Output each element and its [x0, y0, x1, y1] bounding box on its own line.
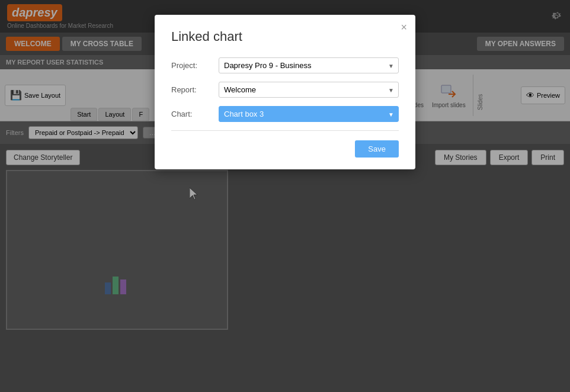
dialog-overlay: Linked chart × Project: Dapresy Pro 9 - …: [0, 0, 570, 392]
chart-row: Chart: Chart box 1 Chart box 2 Chart box…: [171, 106, 399, 122]
report-select[interactable]: Welcome: [219, 82, 399, 98]
report-label: Report:: [171, 85, 219, 94]
chart-label: Chart:: [171, 110, 219, 118]
project-row: Project: Dapresy Pro 9 - Business ▼: [171, 57, 399, 73]
report-row: Report: Welcome ▼: [171, 82, 399, 98]
dialog-close-button[interactable]: ×: [401, 22, 407, 33]
linked-chart-dialog: Linked chart × Project: Dapresy Pro 9 - …: [155, 15, 415, 169]
dialog-title: Linked chart: [171, 29, 399, 44]
project-select[interactable]: Dapresy Pro 9 - Business: [219, 57, 399, 73]
save-button[interactable]: Save: [355, 140, 399, 158]
dialog-divider: [171, 130, 399, 131]
project-label: Project:: [171, 61, 219, 70]
dialog-footer: Save: [171, 140, 399, 158]
chart-select[interactable]: Chart box 1 Chart box 2 Chart box 3 Char…: [219, 106, 399, 122]
